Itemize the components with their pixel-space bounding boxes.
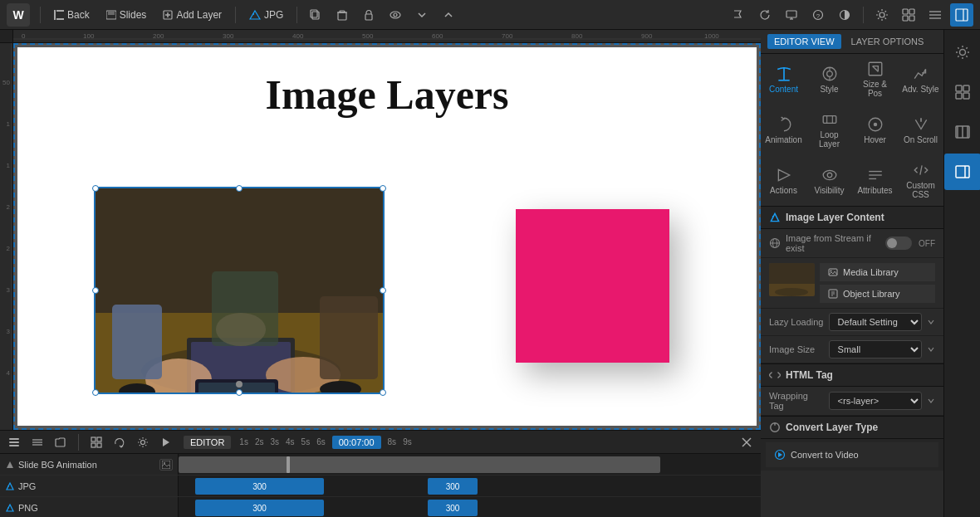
grid-item-visibility[interactable]: Visibility <box>806 155 852 206</box>
resize-handle-tr[interactable] <box>380 185 386 192</box>
image-layer[interactable] <box>94 187 385 394</box>
more-button[interactable] <box>410 3 434 27</box>
svg-rect-2 <box>56 18 64 20</box>
track-block-bg[interactable] <box>179 456 660 473</box>
help-button[interactable]: ? <box>806 3 830 27</box>
grid-item-style[interactable]: Style <box>806 54 852 105</box>
image-layer-content-header[interactable]: Image Layer Content <box>761 206 943 229</box>
panel-icon-settings[interactable] <box>944 34 981 71</box>
object-library-icon <box>828 289 838 299</box>
wrapping-tag-select[interactable]: <rs-layer> <div> <span> <box>829 392 922 410</box>
convert-video-button[interactable]: Convert to Video <box>766 442 938 467</box>
layout-button[interactable] <box>897 3 920 27</box>
editor-view-tab[interactable]: EDITOR VIEW <box>767 34 841 49</box>
lazy-loading-select[interactable]: Default Setting Enabled Disabled <box>829 313 922 331</box>
resize-handle-br[interactable] <box>380 389 386 396</box>
svg-point-18 <box>394 13 397 17</box>
layer-options-tab[interactable]: LAYER OPTIONS <box>845 34 931 49</box>
track-block-png-1[interactable]: 300 <box>195 500 324 516</box>
visibility-button[interactable] <box>384 3 407 27</box>
close-icon <box>742 437 752 447</box>
convert-layer-header[interactable]: Convert Layer Type <box>761 416 943 439</box>
file-name-button[interactable]: JPG <box>243 6 290 24</box>
tl-folder-icon[interactable] <box>51 433 70 451</box>
object-library-button[interactable]: Object Library <box>820 285 935 303</box>
svg-text:600: 600 <box>432 32 443 40</box>
resize-handle-tm[interactable] <box>236 185 243 192</box>
svg-marker-86 <box>7 461 13 468</box>
delete-button[interactable] <box>331 3 354 27</box>
monitor-button[interactable] <box>780 3 803 27</box>
track-slide-bg: Slide BG Animation <box>0 454 761 476</box>
up-button[interactable] <box>437 3 460 27</box>
stream-toggle[interactable] <box>885 237 912 250</box>
resize-handle-ml[interactable] <box>92 287 99 294</box>
svg-marker-107 <box>778 169 789 180</box>
media-library-button[interactable]: Media Library <box>820 263 935 281</box>
svg-point-115 <box>772 216 774 217</box>
tl-editor-button[interactable]: EDITOR <box>184 436 231 449</box>
slides-icon <box>106 10 116 20</box>
panel-icon-columns[interactable] <box>944 114 981 150</box>
gear-icon <box>875 8 889 22</box>
track-label-png: PNG <box>0 497 179 517</box>
timeline-toolbar: EDITOR 1s 2s 3s 4s 5s 6s 00:07:00 8s 9s <box>0 431 761 454</box>
code-icon <box>769 369 781 381</box>
grid-item-attributes[interactable]: Attributes <box>852 155 898 206</box>
columns-icon <box>954 124 971 140</box>
tl-play-icon[interactable] <box>157 433 175 451</box>
slides-button[interactable]: Slides <box>100 6 154 24</box>
add-layer-icon <box>163 10 173 20</box>
grid-item-animation[interactable]: Animation <box>761 105 806 155</box>
grid-item-actions[interactable]: Actions <box>761 155 806 206</box>
trash-icon <box>336 9 348 21</box>
tl-sep1 <box>78 434 79 451</box>
track-block-png-2[interactable]: 300 <box>428 500 478 516</box>
resize-handle-mr[interactable] <box>380 287 386 294</box>
svg-text:900: 900 <box>641 32 653 40</box>
grid-item-custom-css[interactable]: Custom CSS <box>898 155 943 206</box>
back-button[interactable]: Back <box>47 6 96 24</box>
image-size-select[interactable]: Small Medium Large Full <box>829 340 922 358</box>
time-2s: 2s <box>255 437 264 446</box>
html-tag-header[interactable]: HTML Tag <box>761 363 943 387</box>
svg-text:4: 4 <box>7 369 11 377</box>
tl-settings-icon[interactable] <box>134 433 152 451</box>
flag-button[interactable] <box>727 3 750 27</box>
tl-list-icon[interactable] <box>28 433 47 451</box>
copy-button[interactable] <box>304 3 327 27</box>
add-layer-button[interactable]: Add Layer <box>156 6 228 24</box>
track-block-jpg-1[interactable]: 300 <box>195 478 324 495</box>
grid-item-adv-style[interactable]: Adv. Style <box>898 54 943 105</box>
track-block-jpg-2[interactable]: 300 <box>428 478 478 495</box>
resize-handle-bm[interactable] <box>236 389 243 396</box>
panel-icon-layout[interactable] <box>944 74 981 110</box>
active-panel-button[interactable] <box>950 3 973 27</box>
svg-rect-101 <box>823 116 836 124</box>
pink-box-layer[interactable] <box>516 209 669 363</box>
grid-item-on-scroll[interactable]: On Scroll <box>898 105 943 155</box>
grid-item-loop-layer[interactable]: Loop Layer <box>806 105 852 155</box>
tl-close-button[interactable] <box>737 433 756 451</box>
tl-grid-icon[interactable] <box>87 433 105 451</box>
track-bg-icon[interactable] <box>159 459 173 471</box>
settings-icon-button[interactable] <box>870 3 894 27</box>
svg-rect-132 <box>956 85 962 91</box>
grid-item-hover[interactable]: Hover <box>852 105 898 155</box>
time-display[interactable]: 00:07:00 <box>332 436 381 449</box>
svg-rect-26 <box>903 9 908 14</box>
resize-handle-bl[interactable] <box>92 389 99 396</box>
lock-button[interactable] <box>357 3 380 27</box>
svg-point-90 <box>7 485 9 487</box>
svg-point-10 <box>252 13 254 15</box>
grid-item-size-pos[interactable]: Size & Pos <box>852 54 898 105</box>
tl-layers-icon[interactable] <box>5 433 23 451</box>
grid-item-content[interactable]: Content <box>761 54 806 105</box>
panel-icon-layers[interactable] <box>944 154 981 190</box>
refresh-button[interactable] <box>753 3 777 27</box>
contrast-button[interactable] <box>833 3 856 27</box>
tl-loop-icon[interactable] <box>110 433 129 451</box>
resize-handle-tl[interactable] <box>92 185 99 192</box>
track-timeline-png: 300 300 <box>179 497 761 517</box>
list-button[interactable] <box>924 3 947 27</box>
